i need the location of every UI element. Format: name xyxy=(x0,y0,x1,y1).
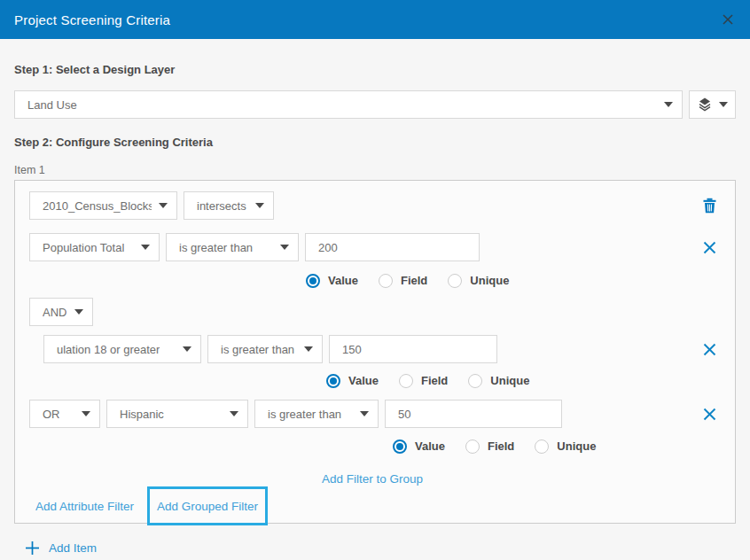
group-logic-row: AND xyxy=(29,298,723,326)
or-filter-operator-value: is greater than xyxy=(268,408,341,421)
delete-item-button[interactable] xyxy=(700,197,718,214)
chevron-down-icon xyxy=(664,102,673,107)
remove-grouped-filter-button[interactable] xyxy=(700,340,718,358)
chevron-down-icon xyxy=(183,346,191,352)
or-filter-radio-value-label[interactable]: Value xyxy=(415,439,445,453)
or-filter-value-input[interactable] xyxy=(385,400,562,428)
or-filter-radio-value[interactable] xyxy=(393,439,407,454)
trash-icon xyxy=(702,198,717,214)
layers-icon xyxy=(697,97,713,113)
filter1-operator-select[interactable]: is greater than xyxy=(166,233,299,261)
grouped-filter-field-value: ulation 18 or greater xyxy=(57,343,160,356)
or-filter-value-type-radios: Value Field Unique xyxy=(393,439,723,454)
remove-x-icon xyxy=(703,241,716,254)
add-filter-to-group-wrap: Add Filter to Group xyxy=(29,471,723,486)
chevron-down-icon xyxy=(280,245,289,250)
remove-filter1-button[interactable] xyxy=(700,238,718,256)
dialog-content: Step 1: Select a Design Layer Land Use S… xyxy=(0,39,750,556)
or-filter-radio-field[interactable] xyxy=(465,439,480,454)
grouped-filter-row: ulation 18 or greater is greater than xyxy=(43,335,723,363)
chevron-down-icon xyxy=(719,102,728,107)
screening-item-panel: 2010_Census_Blocks intersects xyxy=(14,180,736,524)
add-grouped-filter-link[interactable]: Add Grouped Filter xyxy=(157,500,258,513)
filter1-radio-value[interactable] xyxy=(306,274,320,288)
add-attribute-filter-link[interactable]: Add Attribute Filter xyxy=(35,500,134,513)
chevron-down-icon xyxy=(304,346,313,352)
plus-icon xyxy=(25,541,40,556)
spatial-operator-value: intersects xyxy=(197,199,246,213)
remove-x-icon xyxy=(703,408,716,421)
grouped-filter-radio-unique-label[interactable]: Unique xyxy=(490,374,529,387)
project-screening-criteria-dialog: Project Screening Criteria Step 1: Selec… xyxy=(0,0,750,560)
step2-label: Step 2: Configure Screening Criteria xyxy=(14,136,736,149)
layer-options-button[interactable] xyxy=(689,90,736,119)
grouped-filter-value-type-radios: Value Field Unique xyxy=(326,373,723,388)
chevron-down-icon xyxy=(74,309,83,315)
filter1-value-input[interactable] xyxy=(305,233,480,261)
or-filter-field-value: Hispanic xyxy=(120,408,164,421)
filter1-radio-field[interactable] xyxy=(379,274,393,288)
add-grouped-filter-highlight: Add Grouped Filter xyxy=(147,486,268,525)
dialog-header: Project Screening Criteria xyxy=(0,0,750,39)
or-filter-operator-select[interactable]: is greater than xyxy=(254,400,379,428)
chevron-down-icon xyxy=(360,411,369,416)
target-layer-select[interactable]: 2010_Census_Blocks xyxy=(29,191,177,220)
attribute-filter-row-1: Population Total is greater than xyxy=(29,233,723,261)
grouped-filter-field-select[interactable]: ulation 18 or greater xyxy=(43,335,201,363)
add-item-label: Add Item xyxy=(49,541,97,555)
dialog-title: Project Screening Criteria xyxy=(14,12,170,27)
or-logic-select[interactable]: OR xyxy=(29,400,100,428)
grouped-filter-radio-value[interactable] xyxy=(326,374,340,388)
or-filter-radio-unique-label[interactable]: Unique xyxy=(557,439,596,453)
chevron-down-icon xyxy=(141,245,150,250)
or-filter-field-select[interactable]: Hispanic xyxy=(106,400,248,428)
filter1-field-select[interactable]: Population Total xyxy=(29,233,160,261)
grouped-filter-value-input[interactable] xyxy=(329,335,497,363)
grouped-filter-radio-unique[interactable] xyxy=(468,374,482,388)
filter1-value-type-radios: Value Field Unique xyxy=(306,273,723,288)
filter-links-row: Add Attribute Filter Add Grouped Filter xyxy=(35,486,723,525)
chevron-down-icon xyxy=(230,411,238,416)
spatial-filter-row: 2010_Census_Blocks intersects xyxy=(29,191,723,220)
remove-x-icon xyxy=(703,343,716,356)
add-item-button[interactable]: Add Item xyxy=(25,541,736,556)
close-icon xyxy=(721,12,735,27)
filter1-radio-value-label[interactable]: Value xyxy=(328,274,358,287)
grouped-filter-operator-select[interactable]: is greater than xyxy=(207,335,323,363)
group-logic-select[interactable]: AND xyxy=(29,298,93,326)
grouped-filter-radio-field[interactable] xyxy=(399,374,413,388)
spatial-operator-select[interactable]: intersects xyxy=(184,191,274,220)
or-filter-row: OR Hispanic is greater than xyxy=(29,400,723,428)
step1-label: Step 1: Select a Design Layer xyxy=(14,39,736,76)
or-filter-radio-field-label[interactable]: Field xyxy=(488,439,514,453)
grouped-filter-operator-value: is greater than xyxy=(221,343,294,356)
design-layer-select[interactable]: Land Use xyxy=(14,90,683,119)
filter1-field-value: Population Total xyxy=(43,241,124,254)
item-label: Item 1 xyxy=(14,164,736,176)
chevron-down-icon xyxy=(159,203,168,208)
design-layer-row: Land Use xyxy=(14,90,736,119)
remove-or-filter-button[interactable] xyxy=(700,405,718,423)
chevron-down-icon xyxy=(82,411,90,416)
filter1-radio-unique[interactable] xyxy=(448,274,462,288)
or-logic-value: OR xyxy=(43,408,60,421)
close-button[interactable] xyxy=(720,12,736,27)
add-filter-to-group-link[interactable]: Add Filter to Group xyxy=(322,472,423,486)
chevron-down-icon xyxy=(255,203,264,208)
filter1-operator-value: is greater than xyxy=(179,241,253,254)
or-filter-radio-unique[interactable] xyxy=(535,439,549,454)
grouped-filter-radio-value-label[interactable]: Value xyxy=(348,374,379,387)
grouped-filter-radio-field-label[interactable]: Field xyxy=(421,374,448,387)
target-layer-value: 2010_Census_Blocks xyxy=(43,199,152,213)
group-logic-value: AND xyxy=(43,306,66,319)
design-layer-value: Land Use xyxy=(27,98,77,112)
filter1-radio-field-label[interactable]: Field xyxy=(401,274,427,287)
filter1-radio-unique-label[interactable]: Unique xyxy=(470,274,509,287)
